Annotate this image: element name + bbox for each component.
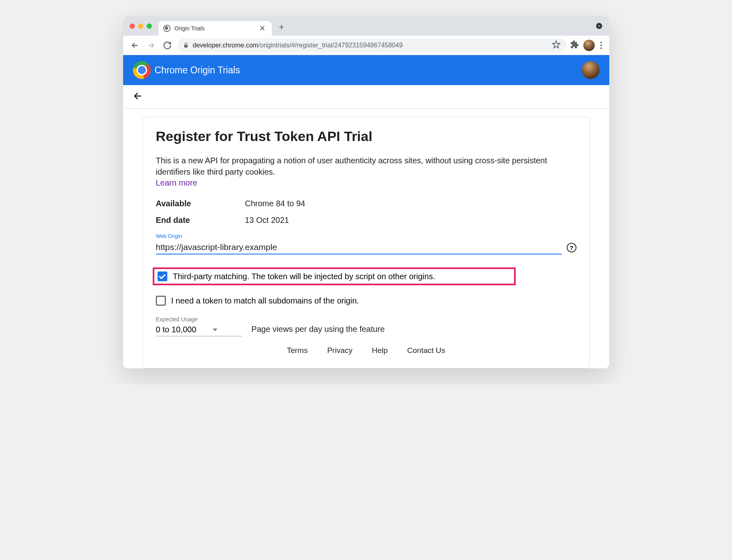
profile-avatar[interactable] — [583, 40, 595, 51]
trial-description: This is a new API for propagating a noti… — [156, 155, 576, 177]
sub-header — [123, 85, 609, 109]
third-party-checkbox[interactable] — [158, 271, 167, 281]
expected-usage-row: Expected Usage 0 to 10,000 Page views pe… — [156, 316, 576, 336]
privacy-link[interactable]: Privacy — [327, 346, 352, 355]
chrome-logo-icon — [133, 61, 151, 79]
address-bar[interactable]: developer.chrome.com/origintrials/#/regi… — [177, 38, 566, 52]
tab-title: Origin Trials — [175, 25, 254, 32]
forward-button[interactable] — [145, 39, 157, 51]
available-value: Chrome 84 to 94 — [245, 199, 305, 208]
third-party-checkbox-row: Third-party matching. The token will be … — [153, 267, 516, 285]
close-window-button[interactable] — [130, 24, 135, 29]
chevron-down-icon — [213, 329, 218, 331]
subdomains-checkbox[interactable] — [156, 296, 166, 306]
reload-button[interactable] — [161, 39, 173, 51]
browser-window: Origin Trials ✕ + developer.chrome.com/o… — [123, 16, 609, 368]
web-origin-field: Web Origin ? — [156, 233, 576, 254]
browser-tab[interactable]: Origin Trials ✕ — [158, 21, 272, 36]
page-title: Register for Trust Token API Trial — [156, 128, 576, 144]
available-row: Available Chrome 84 to 94 — [156, 199, 576, 208]
address-bar-row: developer.chrome.com/origintrials/#/regi… — [123, 36, 609, 55]
globe-icon — [163, 25, 171, 32]
app-title: Chrome Origin Trials — [155, 65, 240, 76]
page-back-button[interactable] — [133, 91, 143, 103]
close-tab-button[interactable]: ✕ — [258, 24, 267, 33]
subdomains-label: I need a token to match all subdomains o… — [171, 296, 359, 306]
terms-link[interactable]: Terms — [287, 346, 308, 355]
end-date-label: End date — [156, 216, 245, 225]
expected-usage-select[interactable]: 0 to 10,000 — [156, 323, 242, 336]
subdomains-checkbox-row: I need a token to match all subdomains o… — [156, 293, 576, 308]
expected-usage-value: 0 to 10,000 — [156, 325, 196, 334]
bookmark-star-icon[interactable] — [552, 40, 561, 51]
back-button[interactable] — [129, 39, 141, 51]
user-avatar[interactable] — [582, 61, 600, 79]
help-link[interactable]: Help — [372, 346, 388, 355]
help-icon[interactable]: ? — [567, 243, 576, 252]
window-controls — [130, 24, 152, 29]
url-text: developer.chrome.com/origintrials/#/regi… — [193, 42, 403, 49]
third-party-label: Third-party matching. The token will be … — [173, 272, 435, 281]
learn-more-link[interactable]: Learn more — [156, 178, 197, 188]
app-header: Chrome Origin Trials — [123, 55, 609, 85]
footer-links: Terms Privacy Help Contact Us — [156, 336, 576, 360]
tab-bar: Origin Trials ✕ + — [123, 16, 609, 36]
web-origin-label: Web Origin — [156, 233, 576, 239]
lock-icon — [183, 43, 189, 48]
expected-usage-label: Expected Usage — [156, 316, 242, 323]
end-date-row: End date 13 Oct 2021 — [156, 216, 576, 225]
browser-menu-button[interactable] — [599, 40, 604, 51]
minimize-window-button[interactable] — [138, 24, 143, 29]
new-tab-button[interactable]: + — [279, 22, 284, 32]
tab-overflow-icon[interactable] — [595, 22, 603, 30]
end-date-value: 13 Oct 2021 — [245, 216, 289, 225]
available-label: Available — [156, 199, 245, 208]
expected-usage-description: Page views per day using the feature — [252, 325, 385, 336]
maximize-window-button[interactable] — [147, 24, 152, 29]
extensions-icon[interactable] — [570, 40, 579, 51]
content-area: Register for Trust Token API Trial This … — [123, 109, 609, 368]
web-origin-input[interactable] — [156, 241, 562, 254]
registration-card: Register for Trust Token API Trial This … — [143, 117, 590, 368]
contact-link[interactable]: Contact Us — [407, 346, 445, 355]
